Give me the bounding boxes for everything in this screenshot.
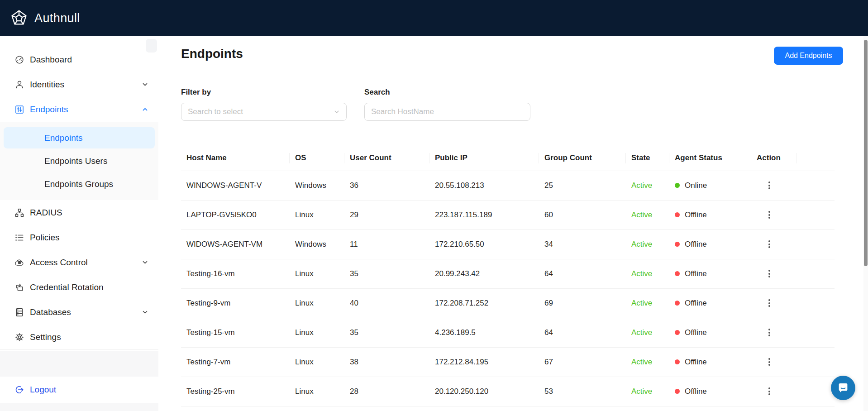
- cell-user-count: 35: [344, 318, 429, 347]
- sidebar-item-label: Access Control: [30, 258, 88, 268]
- sidebar-item-dashboard[interactable]: Dashboard: [0, 47, 158, 72]
- cell-user-count: 28: [344, 377, 429, 406]
- row-actions-kebab-icon[interactable]: [764, 325, 775, 340]
- sidebar-subitem-endpoints-users[interactable]: Endpoints Users: [4, 150, 155, 172]
- cell-group-count: 69: [539, 288, 626, 318]
- chevron-down-icon: [142, 259, 148, 266]
- agent-status-label: Offline: [685, 299, 707, 308]
- sidebar-item-policies[interactable]: Policies: [0, 225, 158, 250]
- cell-action: [751, 347, 796, 377]
- page-scrollbar-thumb[interactable]: [864, 40, 868, 266]
- row-actions-kebab-icon[interactable]: [764, 178, 775, 193]
- filter-select[interactable]: Search to select: [181, 103, 347, 121]
- status-dot-offline: [675, 301, 680, 306]
- chevron-up-icon: [142, 106, 148, 113]
- sidebar: Dashboard Identities Endpoints Endpoints…: [0, 36, 158, 411]
- sidebar-footer: Logout: [0, 351, 158, 411]
- cell-os: Linux: [290, 318, 344, 347]
- cell-group-count: 64: [539, 318, 626, 347]
- table-row: WINDOWS-AGENT-VWindows3620.55.108.21325A…: [181, 171, 835, 200]
- table-header-row: Host NameOSUser CountPublic IPGroup Coun…: [181, 146, 835, 171]
- row-actions-kebab-icon[interactable]: [764, 237, 775, 252]
- page-scrollbar: [863, 36, 868, 411]
- cluster-icon: [14, 208, 24, 218]
- row-actions-kebab-icon[interactable]: [764, 384, 775, 399]
- cell-group-count: 34: [539, 229, 626, 259]
- agent-status-indicator: Offline: [675, 358, 751, 367]
- cell-user-count: 36: [344, 171, 429, 200]
- cell-state: Active: [626, 171, 669, 200]
- column-header-host-name: Host Name: [181, 146, 290, 171]
- cell-action: [751, 259, 796, 288]
- status-dot-offline: [675, 330, 680, 335]
- cell-action: [751, 377, 796, 406]
- chevron-down-icon: [334, 109, 340, 115]
- brand: Authnull: [10, 9, 80, 27]
- row-actions-kebab-icon[interactable]: [764, 207, 775, 223]
- cell-host-name: Testing-7-vm: [181, 347, 290, 377]
- sidebar-subitem-endpoints-groups[interactable]: Endpoints Groups: [4, 173, 155, 195]
- sidebar-subitem-endpoints[interactable]: Endpoints: [4, 127, 155, 148]
- sidebar-item-endpoints[interactable]: Endpoints: [0, 97, 158, 122]
- main-content: Endpoints Add Endpoints Filter by Search…: [158, 36, 868, 411]
- row-actions-kebab-icon[interactable]: [764, 296, 775, 311]
- cell-action: [751, 200, 796, 229]
- table-row: LAPTOP-GV5I5KO0Linux29223.187.115.18960A…: [181, 200, 835, 229]
- cell-public-ip: 172.210.65.50: [429, 229, 539, 259]
- status-dot-offline: [675, 389, 680, 394]
- agent-status-indicator: Offline: [675, 210, 751, 220]
- cell-state: Active: [626, 229, 669, 259]
- sidebar-item-credential-rotation[interactable]: Credential Rotation: [0, 275, 158, 300]
- cell-filler: [796, 377, 835, 406]
- cell-filler: [796, 229, 835, 259]
- agent-status-label: Offline: [685, 358, 707, 367]
- search-label: Search: [364, 88, 530, 97]
- cell-filler: [796, 259, 835, 288]
- add-endpoints-button[interactable]: Add Endpoints: [774, 47, 843, 65]
- cell-public-ip: 20.120.250.120: [429, 377, 539, 406]
- row-actions-kebab-icon[interactable]: [764, 354, 775, 370]
- cell-state: Active: [626, 259, 669, 288]
- control-icon: [14, 105, 24, 115]
- chat-bubble-icon: [836, 381, 850, 395]
- chevron-down-icon: [142, 81, 148, 88]
- sidebar-item-label: Identities: [30, 80, 64, 90]
- sidebar-scrollbar-thumb[interactable]: [146, 39, 157, 53]
- search-hostname-input[interactable]: [364, 103, 530, 121]
- cell-group-count: 64: [539, 259, 626, 288]
- sidebar-item-identities[interactable]: Identities: [0, 72, 158, 97]
- cell-agent-status: Offline: [669, 288, 751, 318]
- cell-group-count: 67: [539, 347, 626, 377]
- cell-user-count: 29: [344, 200, 429, 229]
- cell-os: Linux: [290, 377, 344, 406]
- sidebar-item-radius[interactable]: RADIUS: [0, 200, 158, 225]
- table-row: Testing-9-vmLinux40172.208.71.25269Activ…: [181, 288, 835, 318]
- cell-agent-status: Offline: [669, 318, 751, 347]
- sidebar-item-access-control[interactable]: Access Control: [0, 250, 158, 275]
- chat-widget-button[interactable]: [831, 376, 855, 400]
- cell-os: Linux: [290, 259, 344, 288]
- table-row: Testing-15-vmLinux354.236.189.564ActiveO…: [181, 318, 835, 347]
- table-row: Testing-25-vmLinux2820.120.250.12053Acti…: [181, 377, 835, 406]
- agent-status-label: Offline: [685, 240, 707, 249]
- cell-filler: [796, 347, 835, 377]
- cell-host-name: LAPTOP-GV5I5KO0: [181, 200, 290, 229]
- cell-action: [751, 288, 796, 318]
- sidebar-item-settings[interactable]: Settings: [0, 325, 158, 349]
- sidebar-item-databases[interactable]: Databases: [0, 300, 158, 325]
- dashboard-icon: [14, 55, 24, 65]
- row-actions-kebab-icon[interactable]: [764, 266, 775, 282]
- column-header-user-count: User Count: [344, 146, 429, 171]
- cell-public-ip: 223.187.115.189: [429, 200, 539, 229]
- sidebar-item-label: RADIUS: [30, 208, 62, 218]
- agent-status-indicator: Offline: [675, 328, 751, 337]
- gear-icon: [14, 332, 24, 342]
- status-dot-offline: [675, 359, 680, 364]
- column-header-group-count: Group Count: [539, 146, 626, 171]
- logout-button[interactable]: Logout: [0, 377, 158, 403]
- chevron-down-icon: [142, 309, 148, 315]
- cell-os: Linux: [290, 288, 344, 318]
- filter-select-placeholder: Search to select: [188, 107, 334, 116]
- agent-status-label: Offline: [685, 269, 707, 278]
- agent-status-indicator: Offline: [675, 299, 751, 308]
